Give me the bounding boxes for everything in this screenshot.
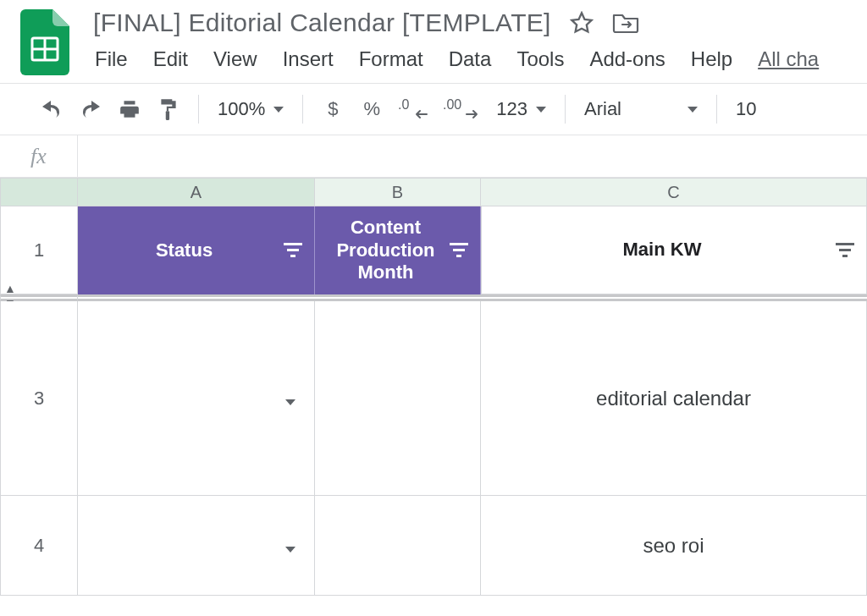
- undo-button[interactable]: [34, 91, 69, 127]
- svg-marker-3: [572, 13, 591, 31]
- row-header-3[interactable]: 3: [0, 301, 78, 496]
- caret-down-icon: [273, 107, 284, 113]
- row-header-1[interactable]: 1 ▲: [0, 206, 78, 294]
- menu-data[interactable]: Data: [449, 47, 492, 71]
- filter-icon[interactable]: [836, 243, 854, 258]
- title-bar: [FINAL] Editorial Calendar [TEMPLATE] Fi…: [0, 0, 867, 83]
- svg-text:.00: .00: [443, 97, 461, 112]
- column-header-b[interactable]: B: [315, 178, 481, 206]
- header-status[interactable]: Status: [78, 206, 315, 294]
- font-family-select[interactable]: Arial: [577, 98, 704, 120]
- decrease-decimal-button[interactable]: .0: [393, 91, 435, 127]
- all-changes-link[interactable]: All cha: [758, 47, 819, 71]
- cell-b4[interactable]: [315, 496, 481, 596]
- cell-a3[interactable]: [78, 301, 315, 496]
- cell-b3[interactable]: [315, 301, 481, 496]
- formula-input[interactable]: [78, 135, 867, 177]
- menu-help[interactable]: Help: [691, 47, 732, 71]
- column-header-a[interactable]: A: [78, 178, 315, 206]
- expand-up-icon[interactable]: ▲: [4, 282, 16, 295]
- increase-decimal-button[interactable]: .00: [439, 91, 486, 127]
- svg-rect-8: [287, 249, 299, 251]
- row-header-4[interactable]: 4: [0, 496, 78, 596]
- menu-bar: File Edit View Insert Format Data Tools …: [93, 37, 852, 83]
- caret-down-icon: [536, 107, 546, 113]
- svg-text:.0: .0: [398, 97, 409, 112]
- svg-rect-15: [842, 255, 848, 257]
- menu-tools[interactable]: Tools: [516, 47, 564, 71]
- svg-rect-9: [290, 255, 295, 257]
- menu-insert[interactable]: Insert: [283, 47, 334, 71]
- star-icon[interactable]: [570, 11, 594, 35]
- column-header-c[interactable]: C: [481, 178, 867, 206]
- svg-rect-11: [453, 249, 465, 251]
- svg-rect-13: [836, 243, 854, 245]
- svg-rect-4: [166, 111, 169, 120]
- zoom-value: 100%: [218, 98, 265, 120]
- redo-button[interactable]: [73, 91, 108, 127]
- move-to-folder-icon[interactable]: [612, 12, 639, 34]
- more-formats-select[interactable]: 123: [489, 98, 553, 120]
- spreadsheet-grid: A B C 1 ▲ Status Content Production Mont…: [0, 178, 867, 596]
- print-button[interactable]: [112, 91, 147, 127]
- format-percent-button[interactable]: %: [354, 91, 389, 127]
- menu-edit[interactable]: Edit: [153, 47, 188, 71]
- filter-icon[interactable]: [284, 243, 302, 258]
- cell-c3[interactable]: editorial calendar: [481, 301, 867, 496]
- zoom-select[interactable]: 100%: [211, 98, 290, 120]
- formula-bar: fx: [0, 135, 867, 178]
- filter-icon[interactable]: [450, 243, 468, 258]
- menu-addons[interactable]: Add-ons: [589, 47, 665, 71]
- select-all-corner[interactable]: [0, 178, 78, 206]
- dropdown-caret-icon[interactable]: [285, 534, 295, 558]
- doc-title[interactable]: [FINAL] Editorial Calendar [TEMPLATE]: [93, 8, 551, 37]
- menu-format[interactable]: Format: [359, 47, 423, 71]
- toolbar: 100% $ % .0 .00 123 Arial 10: [0, 83, 867, 135]
- font-size-select[interactable]: 10: [729, 98, 763, 120]
- dropdown-caret-icon[interactable]: [285, 387, 295, 410]
- format-currency-button[interactable]: $: [315, 91, 351, 127]
- svg-rect-10: [450, 243, 468, 245]
- hidden-rows-indicator[interactable]: ▼: [0, 294, 78, 301]
- cell-a4[interactable]: [78, 496, 315, 596]
- menu-file[interactable]: File: [95, 47, 128, 71]
- sheets-logo[interactable]: [15, 8, 75, 76]
- svg-rect-12: [456, 255, 461, 257]
- caret-down-icon: [688, 107, 698, 113]
- header-content-production-month[interactable]: Content Production Month: [315, 206, 481, 294]
- cell-c4[interactable]: seo roi: [481, 496, 867, 596]
- fx-icon[interactable]: fx: [0, 135, 78, 177]
- paint-format-button[interactable]: [151, 91, 186, 127]
- menu-view[interactable]: View: [213, 47, 257, 71]
- svg-rect-7: [284, 243, 302, 245]
- header-main-kw[interactable]: Main KW: [481, 206, 867, 294]
- cell-c4-value: seo roi: [643, 534, 704, 558]
- cell-c3-value: editorial calendar: [596, 387, 751, 410]
- svg-rect-14: [839, 249, 851, 251]
